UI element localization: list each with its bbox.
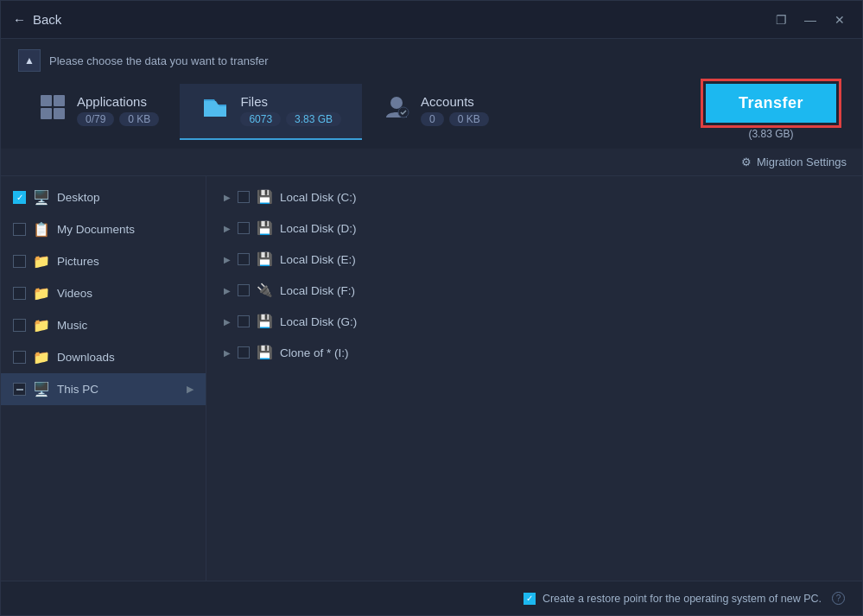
desktop-icon: 🖥️: [33, 189, 50, 206]
restore-button[interactable]: ❐: [771, 10, 791, 30]
this-pc-chevron-icon: ▶: [187, 384, 194, 395]
content-area: ✓ 🖥️ Desktop 📋 My Documents 📁 Pictures: [1, 176, 862, 581]
migration-bar: ⚙ Migration Settings: [1, 149, 862, 176]
minimize-button[interactable]: —: [800, 10, 821, 30]
transfer-size: (3.83 GB): [748, 128, 793, 140]
my-documents-icon: 📋: [33, 221, 50, 238]
files-info: Files 6073 3.83 GB: [240, 94, 341, 126]
this-pc-icon: 🖥️: [33, 381, 50, 397]
desktop-checkbox[interactable]: ✓: [13, 191, 26, 204]
disk-c-expand-icon[interactable]: ▶: [224, 193, 231, 202]
disk-g[interactable]: ▶ 💾 Local Disk (G:): [206, 306, 862, 337]
disk-g-expand-icon[interactable]: ▶: [224, 317, 231, 327]
this-pc-checkbox[interactable]: [13, 383, 26, 396]
downloads-icon: 📁: [33, 349, 50, 365]
downloads-checkbox[interactable]: [13, 351, 26, 364]
category-files[interactable]: Files 6073 3.83 GB: [180, 84, 362, 140]
category-accounts[interactable]: Accounts 0 0 KB: [362, 84, 510, 140]
disk-i-checkbox[interactable]: [238, 346, 250, 359]
applications-info: Applications 0/79 0 KB: [77, 94, 159, 126]
videos-label: Videos: [57, 287, 194, 300]
main-content: ⚙ Migration Settings ✓ 🖥️ Desktop 📋 My D…: [1, 149, 862, 581]
folder-pictures[interactable]: 📁 Pictures: [1, 245, 206, 277]
svg-rect-2: [41, 108, 52, 119]
disk-i[interactable]: ▶ 💾 Clone of * (I:): [206, 337, 862, 368]
files-size: 3.83 GB: [286, 112, 341, 126]
folder-desktop[interactable]: ✓ 🖥️ Desktop: [1, 181, 206, 213]
migration-settings-button[interactable]: ⚙ Migration Settings: [741, 156, 847, 168]
restore-checkbox[interactable]: ✓: [524, 593, 536, 605]
files-icon: [200, 92, 230, 128]
disk-e[interactable]: ▶ 💾 Local Disk (E:): [206, 244, 862, 275]
accounts-info: Accounts 0 0 KB: [421, 94, 489, 126]
restore-check-row: ✓ Create a restore point for the operati…: [524, 592, 845, 605]
disk-d-label: Local Disk (D:): [280, 222, 357, 235]
applications-size: 0 KB: [119, 112, 159, 126]
svg-point-4: [390, 97, 403, 109]
accounts-size: 0 KB: [449, 112, 489, 126]
svg-rect-3: [54, 108, 65, 119]
disk-c-label: Local Disk (C:): [280, 191, 357, 204]
bottom-bar: ✓ Create a restore point for the operati…: [1, 581, 862, 615]
disk-d-icon: 💾: [257, 220, 273, 236]
applications-icon: [39, 93, 67, 127]
pictures-checkbox[interactable]: [13, 255, 26, 268]
files-name: Files: [240, 94, 341, 109]
folder-music[interactable]: 📁 Music: [1, 309, 206, 341]
disk-g-checkbox[interactable]: [238, 315, 250, 327]
desktop-label: Desktop: [57, 191, 194, 204]
back-arrow-icon: ←: [13, 12, 26, 27]
disk-c-checkbox[interactable]: [238, 191, 250, 203]
my-documents-checkbox[interactable]: [13, 223, 26, 236]
transfer-button[interactable]: Transfer: [706, 84, 836, 123]
folder-my-documents[interactable]: 📋 My Documents: [1, 213, 206, 245]
category-applications[interactable]: Applications 0/79 0 KB: [18, 84, 180, 140]
disk-e-label: Local Disk (E:): [280, 253, 356, 266]
music-checkbox[interactable]: [13, 319, 26, 332]
videos-checkbox[interactable]: [13, 287, 26, 300]
back-button[interactable]: ← Back: [13, 12, 61, 27]
restore-icon: ❐: [776, 13, 787, 27]
disk-i-label: Clone of * (I:): [280, 346, 349, 359]
music-label: Music: [57, 319, 194, 332]
right-panel: ▶ 💾 Local Disk (C:) ▶ 💾 Local Disk (D:) …: [206, 176, 862, 581]
accounts-icon: [383, 93, 410, 127]
svg-rect-1: [54, 95, 65, 106]
categories-bar: Applications 0/79 0 KB Files: [18, 84, 845, 140]
folder-downloads[interactable]: 📁 Downloads: [1, 341, 206, 373]
disk-e-expand-icon[interactable]: ▶: [224, 255, 231, 264]
disk-f-checkbox[interactable]: [238, 284, 250, 296]
disk-e-icon: 💾: [257, 251, 273, 267]
disk-d[interactable]: ▶ 💾 Local Disk (D:): [206, 213, 862, 244]
this-pc-label: This PC: [57, 383, 180, 396]
minimize-icon: —: [804, 13, 816, 27]
close-icon: ✕: [834, 13, 845, 27]
svg-rect-0: [41, 95, 52, 106]
back-label: Back: [33, 12, 61, 27]
accounts-badges: 0 0 KB: [421, 112, 489, 126]
disk-f[interactable]: ▶ 🔌 Local Disk (F:): [206, 275, 862, 306]
disk-c-icon: 💾: [257, 189, 273, 205]
applications-name: Applications: [77, 94, 159, 109]
disk-i-expand-icon[interactable]: ▶: [224, 348, 231, 358]
window-controls: ❐ — ✕: [771, 10, 850, 30]
close-button[interactable]: ✕: [829, 10, 850, 30]
upload-icon: ▲: [18, 49, 41, 72]
music-icon: 📁: [33, 317, 50, 333]
transfer-section: Transfer (3.83 GB): [706, 84, 845, 140]
svg-rect-6: [16, 389, 23, 391]
disk-d-expand-icon[interactable]: ▶: [224, 224, 231, 233]
accounts-count: 0: [421, 112, 444, 126]
help-icon[interactable]: ?: [832, 592, 845, 605]
downloads-label: Downloads: [57, 351, 194, 364]
disk-d-checkbox[interactable]: [238, 222, 250, 234]
disk-c[interactable]: ▶ 💾 Local Disk (C:): [206, 181, 862, 213]
disk-g-icon: 💾: [257, 314, 273, 329]
applications-badges: 0/79 0 KB: [77, 112, 159, 126]
folder-this-pc[interactable]: 🖥️ This PC ▶: [1, 373, 206, 405]
disk-f-expand-icon[interactable]: ▶: [224, 286, 231, 295]
folder-videos[interactable]: 📁 Videos: [1, 277, 206, 309]
migration-settings-label: Migration Settings: [757, 156, 847, 168]
accounts-name: Accounts: [421, 94, 489, 109]
disk-e-checkbox[interactable]: [238, 253, 250, 265]
